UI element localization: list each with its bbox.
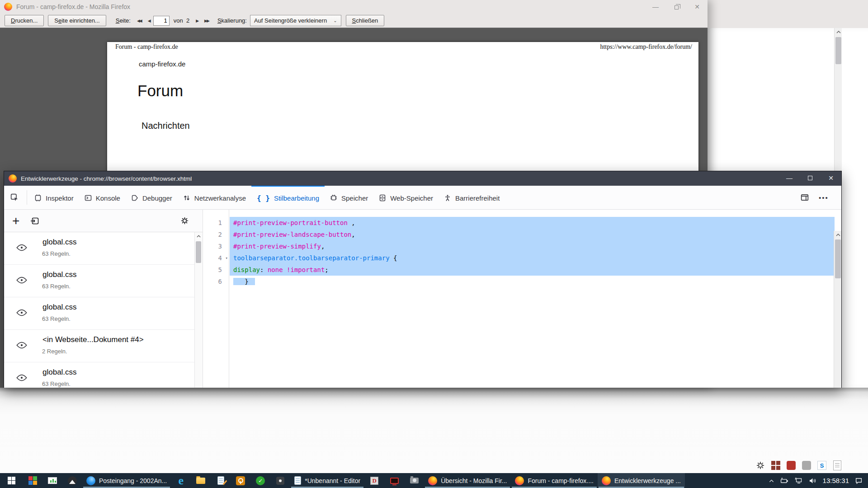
dark-app-icon[interactable]	[270, 473, 290, 488]
presentation-app-icon[interactable]	[42, 473, 62, 488]
taskbar-button-firefox-uebersicht[interactable]: Übersicht - Mozilla Fir...	[424, 473, 511, 488]
page-title: Forum	[137, 82, 183, 100]
close-preview-button[interactable]: Schließen	[346, 15, 385, 26]
visibility-eye-icon[interactable]	[16, 342, 27, 349]
close-button[interactable]: ✕	[821, 171, 841, 185]
stylesheet-item[interactable]: global.css 63 Regeln.	[4, 265, 203, 297]
menu-button[interactable]: •••	[815, 186, 832, 209]
speaker-icon[interactable]	[809, 478, 817, 484]
clock[interactable]: 13:58:31	[823, 477, 849, 484]
tab-barrierefreiheit[interactable]: Barrierefreiheit	[439, 186, 505, 209]
green-check-icon[interactable]: ✓	[250, 473, 270, 488]
stylesheet-item[interactable]: global.css 63 Regeln.	[4, 297, 203, 330]
tab-netzwerkanalyse[interactable]: Netzwerkanalyse	[178, 186, 251, 209]
photos-app-icon[interactable]	[62, 473, 82, 488]
scroll-up-icon[interactable]	[835, 28, 842, 36]
minimize-button[interactable]: —	[779, 171, 800, 185]
print-window-titlebar[interactable]: Forum - camp-firefox.de - Mozilla Firefo…	[0, 0, 708, 14]
taskbar-button-editor[interactable]: *Unbenannt - Editor	[290, 473, 364, 488]
tab-speicher[interactable]: Speicher	[325, 186, 373, 209]
stylesheet-sidebar: + global.css 63 Regeln. global.css 63 Re…	[4, 210, 203, 388]
close-button[interactable]: ✕	[687, 0, 708, 14]
css-code-editor[interactable]: #print-preview-portrait-button , #print-…	[230, 210, 835, 388]
stylesheet-rule-count: 63 Regeln.	[42, 380, 71, 387]
page-label: Seite:	[116, 17, 131, 24]
stylesheet-item[interactable]: global.css 63 Regeln.	[4, 362, 203, 388]
taskbar-button-devtools[interactable]: Entwicklerwerkzeuge ...	[598, 473, 685, 488]
tab-label: Barrierefreiheit	[455, 194, 500, 202]
stylesheet-item[interactable]: <in Webseite...Dokument #4> 2 Regeln.	[4, 330, 203, 362]
visibility-eye-icon[interactable]	[16, 277, 27, 284]
settings-gear-icon[interactable]	[755, 460, 766, 471]
line-number: 5	[203, 264, 229, 276]
line-number-gutter: 1 2 3 4▾ 5 6	[203, 210, 229, 388]
firefox-icon	[9, 174, 17, 183]
scroll-up-icon[interactable]	[195, 232, 203, 240]
visibility-eye-icon[interactable]	[16, 309, 27, 316]
stylesheet-item[interactable]: global.css 63 Regeln.	[4, 232, 203, 265]
import-stylesheet-button[interactable]	[30, 216, 39, 225]
gray-app-icon[interactable]	[801, 460, 812, 471]
scroll-up-icon[interactable]	[834, 231, 841, 239]
maximize-button[interactable]	[800, 171, 821, 185]
action-center-icon[interactable]	[855, 477, 863, 484]
next-page-icon[interactable]: ▶	[196, 19, 198, 23]
blocks-app-icon[interactable]	[23, 473, 42, 488]
tray-expand-chevron-icon[interactable]	[769, 479, 774, 483]
scrollbar-thumb[interactable]	[835, 37, 841, 64]
visibility-eye-icon[interactable]	[16, 374, 27, 381]
edge-icon[interactable]: e	[171, 473, 191, 488]
tiles-icon[interactable]	[770, 460, 781, 471]
site-name: camp-firefox.de	[139, 60, 185, 68]
style-editor-panel: + global.css 63 Regeln. global.css 63 Re…	[4, 210, 841, 388]
print-button[interactable]: Drucken...	[5, 15, 44, 26]
devtools-window-title: Entwicklerwerkzeuge - chrome://browser/c…	[21, 175, 192, 182]
last-page-icon[interactable]: ▶▶	[204, 19, 209, 23]
shield-icon[interactable]	[786, 460, 797, 471]
notepad-pencil-icon[interactable]	[211, 473, 231, 488]
fold-arrow-icon[interactable]: ▾	[226, 252, 228, 264]
tab-debugger[interactable]: Debugger	[126, 186, 178, 209]
file-explorer-icon[interactable]	[191, 473, 211, 488]
camera-icon[interactable]	[404, 473, 424, 488]
scrollbar-thumb[interactable]	[196, 241, 201, 263]
scrollbar-thumb[interactable]	[835, 239, 841, 278]
d-app-icon[interactable]: D	[364, 473, 384, 488]
new-stylesheet-button[interactable]: +	[12, 215, 19, 227]
scale-label: Skalierung:	[217, 17, 247, 24]
devtools-scrollbar[interactable]	[834, 231, 841, 388]
tab-inspektor[interactable]: Inspektor	[29, 186, 79, 209]
keepass-icon[interactable]	[231, 473, 250, 488]
style-editor-icon: { }	[257, 194, 270, 202]
network-icon[interactable]	[795, 477, 803, 484]
minimize-button[interactable]: —	[645, 0, 666, 14]
document-icon[interactable]	[832, 460, 843, 471]
line-number-row: 4▾	[203, 252, 229, 264]
tab-web-speicher[interactable]: Web-Speicher	[373, 186, 439, 209]
restore-button[interactable]	[666, 0, 687, 14]
network-icon	[183, 194, 190, 202]
taskbar-button-firefox-forum[interactable]: Forum - camp-firefox....	[511, 473, 597, 488]
scale-select[interactable]: Auf Seitengröße verkleinern ⌄	[250, 15, 341, 26]
devtools-titlebar[interactable]: Entwicklerwerkzeuge - chrome://browser/c…	[4, 171, 841, 186]
element-picker-button[interactable]	[4, 186, 25, 209]
page-number-input[interactable]	[153, 16, 170, 26]
s-app-icon[interactable]: S	[816, 460, 827, 471]
page-header: Forum - camp-firefox.de https://www.camp…	[107, 43, 698, 51]
tab-label: Netzwerkanalyse	[194, 194, 246, 202]
sidebar-scrollbar[interactable]	[194, 232, 203, 388]
tab-label: Debugger	[142, 194, 172, 202]
start-button[interactable]	[0, 473, 23, 488]
visibility-eye-icon[interactable]	[16, 244, 27, 251]
dock-layout-button[interactable]	[796, 186, 813, 209]
previous-page-icon[interactable]: ◀	[148, 19, 150, 23]
line-number: 3	[203, 240, 229, 252]
first-page-icon[interactable]: ◀◀	[137, 19, 142, 23]
taskbar-button-thunderbird[interactable]: Posteingang - 2002An...	[82, 473, 171, 488]
battery-charging-icon[interactable]	[780, 477, 789, 484]
tab-konsole[interactable]: Konsole	[79, 186, 126, 209]
red-tv-icon[interactable]	[384, 473, 404, 488]
page-setup-button[interactable]: Seite einrichten...	[48, 15, 106, 26]
tab-stilbearbeitung[interactable]: { } Stilbearbeitung	[251, 186, 325, 209]
options-gear-button[interactable]	[180, 216, 189, 225]
